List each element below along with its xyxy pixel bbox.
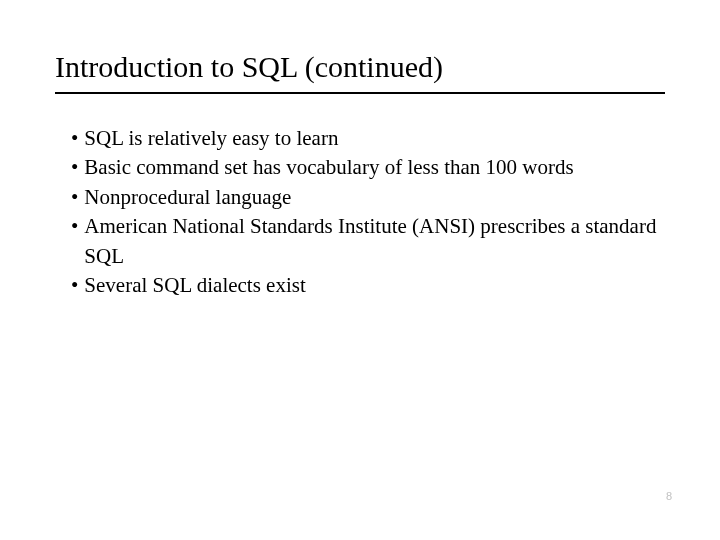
list-item: • Basic command set has vocabulary of le… — [71, 153, 665, 182]
bullet-list: • SQL is relatively easy to learn • Basi… — [55, 124, 665, 300]
bullet-text: SQL is relatively easy to learn — [84, 124, 665, 153]
bullet-icon: • — [71, 124, 78, 153]
bullet-icon: • — [71, 271, 78, 300]
list-item: • Nonprocedural language — [71, 183, 665, 212]
list-item: • Several SQL dialects exist — [71, 271, 665, 300]
list-item: • American National Standards Institute … — [71, 212, 665, 271]
bullet-icon: • — [71, 212, 78, 241]
bullet-icon: • — [71, 153, 78, 182]
page-number: 8 — [666, 490, 672, 502]
bullet-icon: • — [71, 183, 78, 212]
bullet-text: Nonprocedural language — [84, 183, 665, 212]
bullet-text: Basic command set has vocabulary of less… — [84, 153, 665, 182]
bullet-text: American National Standards Institute (A… — [84, 212, 665, 271]
bullet-text: Several SQL dialects exist — [84, 271, 665, 300]
page-title: Introduction to SQL (continued) — [55, 50, 665, 94]
list-item: • SQL is relatively easy to learn — [71, 124, 665, 153]
